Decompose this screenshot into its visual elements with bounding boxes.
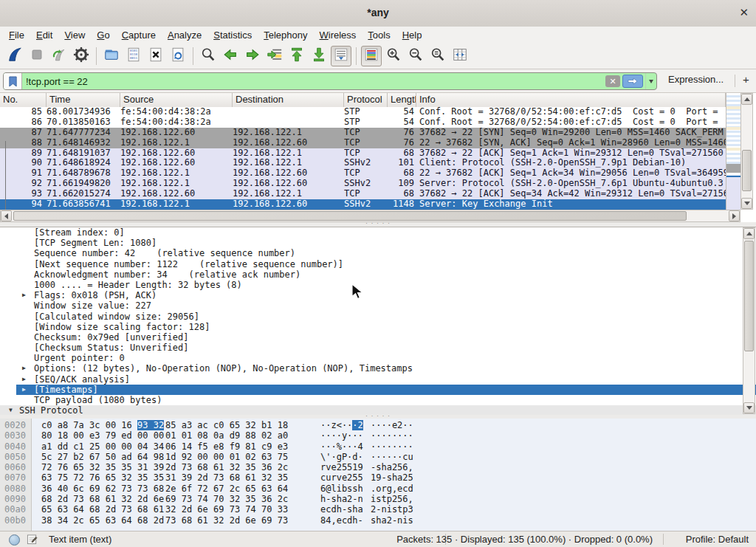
detail-row[interactable]: Sequence number: 42 (relative sequence n… — [0, 248, 756, 258]
expert-info-icon[interactable] — [9, 534, 20, 546]
scroll-down-button[interactable] — [743, 402, 755, 413]
save-capture-file-button[interactable]: 010101100011 — [123, 46, 144, 66]
bookmark-icon[interactable] — [4, 73, 22, 89]
restart-capture-button[interactable] — [49, 46, 69, 66]
minimap-viewport[interactable] — [726, 176, 740, 210]
go-to-top-button[interactable] — [286, 46, 307, 66]
detail-row[interactable]: [Next sequence number: 1122 (relative se… — [0, 259, 756, 269]
menu-help[interactable]: Help — [396, 28, 428, 42]
column-header-time[interactable]: Time — [47, 93, 120, 107]
hex-row[interactable]: 009068 2d 73 68 61 32 2d 6e69 73 74 70 3… — [0, 494, 756, 504]
hex-row[interactable]: 00b038 34 2c 65 63 64 68 2d73 68 61 32 2… — [0, 515, 756, 526]
expand-arrow-icon[interactable]: ▶ — [22, 385, 26, 395]
packet-row[interactable]: 8871.648146932192.168.122.1192.168.122.6… — [0, 138, 726, 148]
resize-columns-button[interactable] — [450, 46, 470, 66]
close-capture-file-button[interactable] — [145, 46, 166, 66]
menu-file[interactable]: File — [3, 28, 30, 42]
open-capture-file-button[interactable] — [101, 46, 122, 66]
packet-row[interactable]: 9171.648789678192.168.122.1192.168.122.6… — [0, 168, 726, 179]
scroll-thumb[interactable] — [742, 150, 752, 191]
packet-row[interactable]: 9271.661949820192.168.122.1192.168.122.6… — [0, 179, 726, 189]
detail-row[interactable]: TCP payload (1080 bytes) — [0, 395, 756, 405]
menu-tools[interactable]: Tools — [362, 28, 396, 42]
start-capture-button[interactable] — [4, 46, 25, 66]
column-header-no[interactable]: No. — [0, 93, 47, 107]
hex-row[interactable]: 00505c 27 b2 67 50 ad 64 981d 92 00 00 0… — [0, 452, 756, 462]
colorize-packets-button[interactable] — [361, 46, 382, 66]
column-header-protocol[interactable]: Protocol — [344, 93, 388, 107]
filter-text[interactable]: !tcp.port == 22 — [22, 76, 605, 87]
hex-row[interactable]: 007063 75 72 76 65 32 35 3531 39 2d 73 6… — [0, 472, 756, 483]
hex-row[interactable]: 006072 76 65 32 35 35 31 392d 73 68 61 3… — [0, 462, 756, 472]
detail-row[interactable]: [Calculated window size: 29056] — [0, 312, 756, 322]
scroll-thumb[interactable] — [744, 241, 754, 351]
detail-row[interactable]: [Window size scaling factor: 128] — [0, 322, 756, 332]
detail-row[interactable]: [TCP Segment Len: 1080] — [0, 238, 756, 248]
hex-row[interactable]: 0040a1 dd c1 25 00 00 04 3406 14 f5 e8 f… — [0, 441, 756, 452]
packet-row[interactable]: 9371.662015274192.168.122.60192.168.122.… — [0, 189, 726, 199]
scroll-right-button[interactable] — [729, 210, 740, 221]
hex-row[interactable]: 00a065 63 64 68 2d 73 68 6132 2d 6e 69 7… — [0, 504, 756, 515]
add-filter-button[interactable]: + — [743, 73, 749, 86]
menu-statistics[interactable]: Statistics — [207, 28, 258, 42]
scroll-up-button[interactable] — [741, 94, 752, 105]
detail-row[interactable]: [Checksum Status: Unverified] — [0, 343, 756, 353]
column-header-info[interactable]: Info — [416, 93, 726, 107]
packet-row[interactable]: 8771.647777234192.168.122.60192.168.122.… — [0, 128, 726, 138]
close-button[interactable]: ✕ — [739, 6, 749, 19]
detail-row[interactable]: ▶[Timestamps] — [0, 385, 756, 395]
expression-button[interactable]: Expression... — [668, 74, 724, 85]
menu-go[interactable]: Go — [91, 28, 115, 42]
go-forward-button[interactable] — [242, 46, 263, 66]
hex-row[interactable]: 008036 40 6c 69 62 73 73 682e 6f 72 67 2… — [0, 484, 756, 494]
menu-view[interactable]: View — [58, 28, 91, 42]
apply-filter-button[interactable] — [622, 75, 643, 88]
packet-details-pane[interactable]: [Stream index: 0][TCP Segment Len: 1080]… — [0, 227, 756, 416]
menu-capture[interactable]: Capture — [116, 28, 162, 42]
column-header-source[interactable]: Source — [120, 93, 233, 107]
detail-row[interactable]: Acknowledgment number: 34 (relative ack … — [0, 269, 756, 280]
menu-analyze[interactable]: Analyze — [162, 28, 207, 42]
status-profile[interactable]: Profile: Default — [686, 534, 749, 545]
detail-row[interactable]: ▶Flags: 0x018 (PSH, ACK) — [0, 290, 756, 300]
hex-row[interactable]: 003080 18 00 e3 79 ed 00 0001 01 08 0a d… — [0, 430, 756, 441]
detail-row[interactable]: 1000 .... = Header Length: 32 bytes (8) — [0, 280, 756, 290]
detail-row[interactable]: [Stream index: 0] — [0, 227, 756, 238]
expand-arrow-icon[interactable]: ▶ — [22, 374, 26, 385]
packet-row[interactable]: 9071.648618924192.168.122.60192.168.122.… — [0, 158, 726, 168]
reload-capture-file-button[interactable] — [168, 46, 188, 66]
packet-list-minimap[interactable] — [726, 93, 740, 210]
filter-dropdown-caret[interactable] — [645, 73, 656, 89]
menu-wireless[interactable]: Wireless — [314, 28, 362, 42]
hex-row[interactable]: 0020c0 a8 7a 3c 00 16 93 3285 a3 ac c0 6… — [0, 420, 756, 430]
detail-row[interactable]: Checksum: 0x79ed [unverified] — [0, 332, 756, 343]
zoom-in-button[interactable] — [383, 46, 404, 66]
clear-filter-button[interactable]: ✕ — [605, 75, 620, 87]
packet-row[interactable]: 8568.001734936fe:54:00:d4:38:2aSTP54Conf… — [0, 107, 726, 117]
column-header-destination[interactable]: Destination — [233, 93, 344, 107]
go-to-bottom-button[interactable] — [309, 46, 329, 66]
scroll-down-button[interactable] — [741, 198, 752, 209]
detail-row[interactable]: Window size value: 227 — [0, 300, 756, 311]
scroll-left-button[interactable] — [1, 210, 12, 221]
scroll-thumb[interactable] — [13, 211, 687, 221]
expand-arrow-icon[interactable]: ▶ — [22, 363, 26, 374]
zoom-out-button[interactable] — [405, 46, 426, 66]
scroll-up-button[interactable] — [743, 228, 755, 239]
packet-list-vscrollbar[interactable] — [740, 93, 753, 210]
packet-bytes-pane[interactable]: 0020c0 a8 7a 3c 00 16 93 3285 a3 ac c0 6… — [0, 419, 756, 531]
go-to-packet-button[interactable] — [264, 46, 285, 66]
go-back-button[interactable] — [220, 46, 241, 66]
menu-telephony[interactable]: Telephony — [258, 28, 313, 42]
capture-options-button[interactable] — [71, 46, 92, 66]
detail-row[interactable]: ▶[SEQ/ACK analysis] — [0, 374, 756, 385]
titlebar[interactable]: *any ✕ — [0, 0, 756, 27]
menu-edit[interactable]: Edit — [30, 28, 58, 42]
packet-row[interactable]: 9471.663856741192.168.122.1192.168.122.6… — [0, 199, 726, 210]
detail-row[interactable]: ▶Options: (12 bytes), No-Operation (NOP)… — [0, 363, 756, 374]
display-filter-input[interactable]: !tcp.port == 22 ✕ — [3, 72, 657, 90]
stop-capture-button[interactable] — [27, 46, 47, 66]
zoom-100-button[interactable] — [427, 46, 448, 66]
detail-row[interactable]: Urgent pointer: 0 — [0, 353, 756, 363]
find-packet-button[interactable] — [198, 46, 219, 66]
